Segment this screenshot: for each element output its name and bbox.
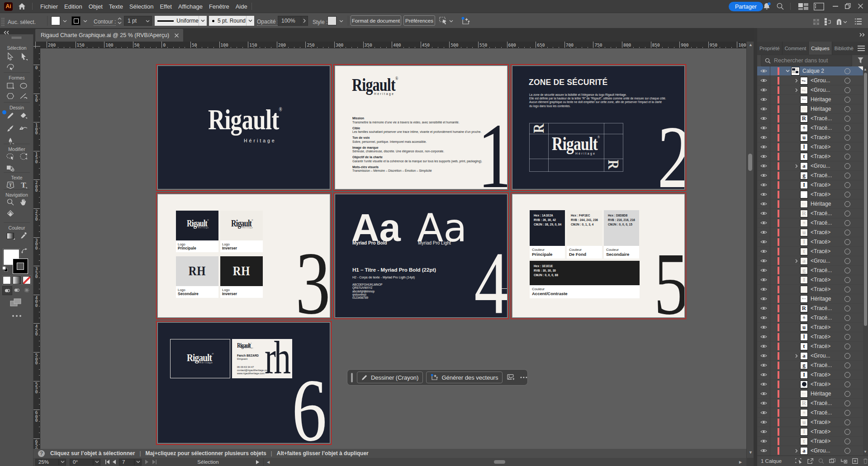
polygon-tool[interactable]	[5, 91, 16, 101]
type-tool[interactable]: T	[18, 180, 29, 190]
toolbar-grip[interactable]	[12, 36, 22, 39]
layer-name[interactable]: <Tracé>	[811, 343, 830, 349]
lock-toggle[interactable]	[770, 285, 777, 294]
generate-vectors-icon[interactable]	[461, 17, 471, 26]
lock-toggle[interactable]	[770, 304, 777, 313]
layer-target-icon[interactable]	[844, 154, 850, 160]
visibility-eye-icon[interactable]	[760, 439, 767, 443]
draw-inside-mode[interactable]	[22, 286, 31, 294]
menu-3[interactable]: Texte	[106, 3, 126, 10]
lock-toggle[interactable]	[770, 294, 777, 304]
layer-row-1[interactable]: Rig..<Grou...	[757, 76, 863, 85]
visibility-eye-icon[interactable]	[760, 297, 767, 301]
layer-name[interactable]: <Tracé...	[811, 410, 832, 416]
lock-toggle[interactable]	[770, 399, 777, 408]
select-similar-icon[interactable]	[439, 17, 448, 25]
menu-2[interactable]: Objet	[85, 3, 106, 10]
layer-target-icon[interactable]	[844, 448, 850, 454]
layer-row-29[interactable]: t<Tracé>	[757, 342, 863, 351]
visibility-eye-icon[interactable]	[760, 410, 767, 415]
layer-name[interactable]: <Tracé>	[811, 324, 830, 330]
lock-toggle[interactable]	[770, 209, 777, 218]
lock-toggle[interactable]	[770, 370, 777, 380]
contextual-task-bar[interactable]: Dessiner (Crayon) Générer des vecteurs	[347, 369, 528, 386]
collapsed-chevron-icon[interactable]	[795, 259, 798, 263]
scroll-up-icon[interactable]: ▲	[749, 43, 753, 47]
lock-toggle[interactable]	[770, 313, 777, 323]
lock-toggle[interactable]	[770, 142, 777, 152]
close-window-icon[interactable]	[858, 4, 863, 9]
brush-definition-dropdown[interactable]: 5 pt. Round	[209, 16, 246, 26]
optionsbar-grip[interactable]	[1, 18, 5, 27]
default-fill-stroke-icon[interactable]	[2, 266, 8, 272]
menu-6[interactable]: Affichage	[175, 3, 206, 10]
stroke-width-chevron-icon[interactable]	[146, 20, 150, 23]
layer-name[interactable]: <Tracé>	[811, 286, 830, 292]
layer-row-28[interactable]: l<Tracé>	[757, 332, 863, 342]
previous-artboard-icon[interactable]	[113, 460, 116, 464]
layers-scrollbar[interactable]: ▲ ▼	[863, 66, 868, 456]
layer-target-icon[interactable]	[844, 334, 850, 340]
layer-row-33[interactable]: <Tracé>	[757, 380, 863, 389]
shape-builder-tool[interactable]	[5, 163, 16, 173]
lock-toggle[interactable]	[770, 133, 777, 142]
new-sublayer-icon[interactable]	[841, 458, 848, 464]
layer-target-icon[interactable]	[844, 429, 850, 435]
layer-row-8[interactable]: l<Tracé>	[757, 142, 863, 152]
align-options-icon[interactable]	[824, 18, 831, 26]
visibility-eye-icon[interactable]	[760, 306, 767, 311]
menu-7[interactable]: Fenêtre	[206, 3, 232, 10]
layer-name[interactable]: <Grou...	[811, 258, 830, 264]
vertical-scroll-thumb[interactable]	[748, 154, 752, 171]
collect-export-icon[interactable]	[807, 458, 814, 464]
visibility-eye-icon[interactable]	[760, 268, 767, 273]
rotation-field[interactable]: 0°	[70, 459, 93, 466]
gradient-mode-button[interactable]	[13, 276, 21, 284]
lock-toggle[interactable]	[770, 123, 777, 133]
help-icon[interactable]: ?	[38, 450, 45, 457]
new-layer-icon[interactable]	[852, 458, 858, 464]
lock-toggle[interactable]	[770, 161, 777, 171]
layer-name[interactable]: Héritage	[811, 201, 831, 207]
collapsed-chevron-icon[interactable]	[795, 88, 798, 92]
layer-row-23[interactable]: <Tracé>	[757, 285, 863, 294]
hscroll-left-icon[interactable]: ◀	[267, 460, 270, 464]
layer-target-icon[interactable]	[844, 325, 850, 330]
taskbar-drag-handle[interactable]	[351, 373, 353, 382]
zoom-level-field[interactable]: 25%	[35, 459, 59, 466]
visibility-eye-icon[interactable]	[760, 325, 767, 329]
layer-row-6[interactable]: ®<Tracé...	[757, 123, 863, 133]
stroke-color-swatch[interactable]	[71, 16, 81, 25]
layer-row-5[interactable]: R<Tracé...	[757, 114, 863, 123]
horizontal-scroll-thumb[interactable]	[494, 460, 505, 464]
layer-name[interactable]: <Tracé>	[811, 153, 830, 160]
lock-toggle[interactable]	[770, 199, 777, 209]
layer-name[interactable]: Héritage	[811, 106, 831, 112]
visibility-eye-icon[interactable]	[760, 230, 767, 235]
layer-target-icon[interactable]	[844, 106, 850, 112]
expand-chevron-icon[interactable]	[786, 70, 790, 72]
layer-target-icon[interactable]	[844, 125, 850, 131]
lock-toggle[interactable]	[770, 247, 777, 256]
lock-toggle[interactable]	[770, 66, 777, 76]
minimize-window-icon[interactable]	[833, 6, 838, 7]
visibility-eye-icon[interactable]	[760, 401, 767, 405]
color-mode-button[interactable]	[3, 276, 11, 284]
tab-proprietes[interactable]: Propriété	[757, 42, 783, 55]
stroke-profile-chevron[interactable]	[199, 16, 207, 26]
layer-row-9[interactable]: t<Tracé>	[757, 152, 863, 161]
layer-row-4[interactable]: HéritHéritage	[757, 104, 863, 114]
none-mode-button[interactable]	[23, 276, 31, 284]
vertical-scrollbar[interactable]: ▲ ▼	[746, 42, 754, 458]
layer-row-31[interactable]: g<Tracé...	[757, 361, 863, 370]
ruler-corner[interactable]	[33, 42, 40, 48]
visibility-eye-icon[interactable]	[760, 344, 767, 348]
layer-target-icon[interactable]	[844, 306, 850, 311]
layer-target-icon[interactable]	[844, 287, 850, 292]
layer-target-icon[interactable]	[844, 419, 850, 425]
menu-4[interactable]: Sélection	[126, 3, 157, 10]
stroke-color-chip[interactable]	[13, 259, 28, 274]
status-tool-name[interactable]: Sélection	[181, 459, 235, 465]
layer-name[interactable]: Calque 2	[802, 68, 824, 74]
status-flyout-icon[interactable]	[256, 460, 259, 464]
